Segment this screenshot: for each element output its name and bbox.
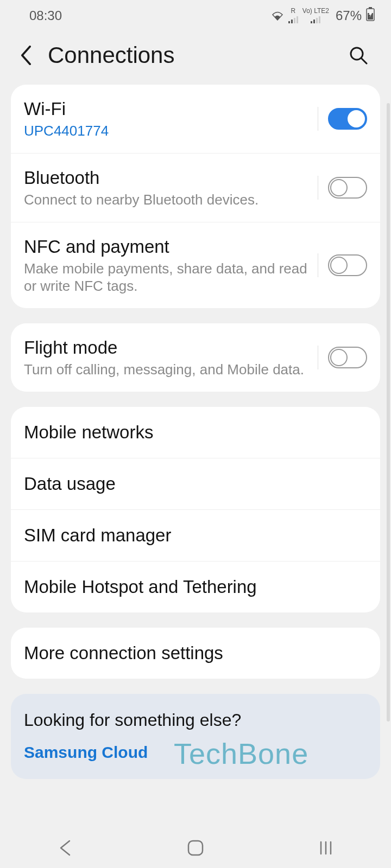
svg-rect-7 — [319, 16, 320, 23]
page-header: Connections — [0, 31, 391, 85]
divider — [318, 253, 318, 277]
toggle-wrap — [318, 176, 367, 200]
header-left: Connections — [13, 42, 174, 68]
svg-rect-1 — [291, 20, 293, 23]
bluetooth-toggle[interactable] — [328, 177, 367, 199]
toggle-wrap — [318, 107, 367, 131]
svg-rect-2 — [294, 18, 295, 23]
row-sim-card-manager[interactable]: SIM card manager — [11, 509, 380, 561]
row-wifi[interactable]: Wi-Fi UPC4401774 — [11, 85, 380, 153]
status-right: R Vo) LTE2 67% — [271, 7, 375, 24]
nav-home-button[interactable] — [163, 839, 228, 857]
row-data-usage[interactable]: Data usage — [11, 458, 380, 509]
svg-rect-3 — [297, 16, 298, 23]
battery-icon — [366, 7, 375, 24]
svg-rect-4 — [311, 21, 312, 23]
row-subtitle: Connect to nearby Bluetooth devices. — [24, 191, 311, 209]
row-title: Bluetooth — [24, 167, 311, 189]
row-more-connection-settings[interactable]: More connection settings — [11, 628, 380, 679]
wifi-icon — [271, 10, 284, 21]
card-network-items: Mobile networks Data usage SIM card mana… — [11, 407, 380, 612]
card-flight-mode: Flight mode Turn off calling, messaging,… — [11, 323, 380, 392]
nfc-toggle[interactable] — [328, 254, 367, 276]
signal-2-icon: Vo) LTE2 — [302, 8, 329, 23]
row-flight-mode[interactable]: Flight mode Turn off calling, messaging,… — [11, 323, 380, 392]
row-text: Wi-Fi UPC4401774 — [24, 98, 318, 140]
page-title: Connections — [48, 42, 174, 68]
battery-percentage: 67% — [336, 8, 362, 23]
signal-1-icon: R — [288, 8, 298, 23]
row-bluetooth[interactable]: Bluetooth Connect to nearby Bluetooth de… — [11, 153, 380, 222]
back-button[interactable] — [13, 42, 39, 68]
wifi-toggle[interactable] — [328, 108, 367, 130]
svg-rect-6 — [316, 18, 318, 23]
toggle-wrap — [318, 346, 367, 369]
divider — [318, 107, 318, 131]
row-text: Bluetooth Connect to nearby Bluetooth de… — [24, 167, 318, 209]
row-title: Flight mode — [24, 336, 311, 359]
nav-recents-button[interactable] — [293, 840, 358, 856]
svg-rect-5 — [313, 20, 315, 23]
nav-recents-icon — [318, 840, 334, 856]
scrollbar[interactable] — [387, 103, 390, 722]
divider — [318, 346, 318, 369]
svg-rect-13 — [188, 841, 203, 855]
else-title: Looking for something else? — [24, 710, 367, 730]
flight-mode-toggle[interactable] — [328, 347, 367, 368]
content: Wi-Fi UPC4401774 Bluetooth Connect to ne… — [0, 85, 391, 779]
chevron-left-icon — [20, 46, 32, 65]
card-more-settings: More connection settings — [11, 628, 380, 679]
row-subtitle: Turn off calling, messaging, and Mobile … — [24, 361, 311, 379]
status-bar: 08:30 R Vo) LTE2 67% — [0, 0, 391, 31]
toggle-wrap — [318, 253, 367, 277]
row-nfc[interactable]: NFC and payment Make mobile payments, sh… — [11, 222, 380, 308]
svg-point-11 — [351, 48, 363, 60]
search-icon — [349, 46, 368, 65]
link-samsung-cloud[interactable]: Samsung Cloud — [24, 743, 367, 762]
row-hotspot-tethering[interactable]: Mobile Hotspot and Tethering — [11, 561, 380, 612]
divider — [318, 176, 318, 200]
nav-back-icon — [58, 840, 73, 856]
svg-rect-0 — [288, 21, 290, 23]
status-time: 08:30 — [29, 8, 62, 23]
navigation-bar — [0, 828, 391, 868]
row-title: Wi-Fi — [24, 98, 311, 120]
row-text: NFC and payment Make mobile payments, sh… — [24, 235, 318, 295]
row-subtitle: UPC4401774 — [24, 122, 311, 140]
row-text: Flight mode Turn off calling, messaging,… — [24, 336, 318, 379]
card-looking-else: Looking for something else? Samsung Clou… — [11, 694, 380, 779]
nav-home-icon — [187, 839, 204, 857]
card-connections-toggles: Wi-Fi UPC4401774 Bluetooth Connect to ne… — [11, 85, 380, 308]
nav-back-button[interactable] — [33, 840, 98, 856]
row-mobile-networks[interactable]: Mobile networks — [11, 407, 380, 458]
row-subtitle: Make mobile payments, share data, and re… — [24, 260, 311, 295]
search-button[interactable] — [345, 42, 371, 68]
svg-line-12 — [362, 59, 367, 63]
row-title: NFC and payment — [24, 235, 311, 258]
